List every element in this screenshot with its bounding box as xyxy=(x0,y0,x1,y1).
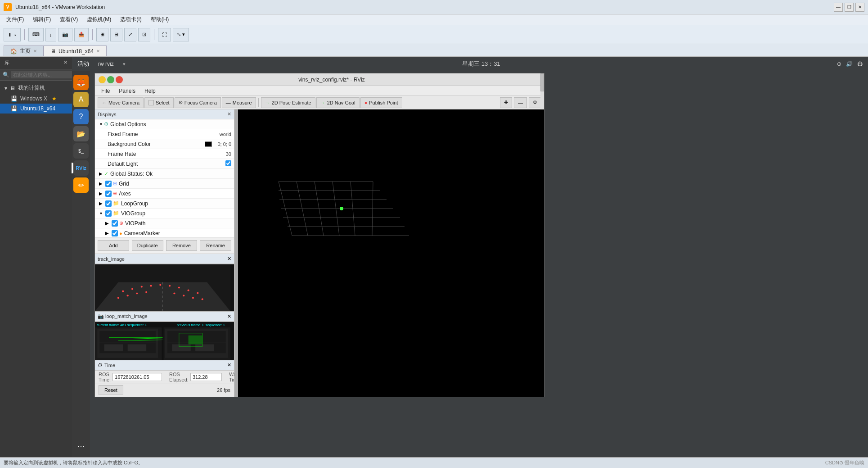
rename-button[interactable]: Rename xyxy=(200,240,231,251)
nav-goal-btn[interactable]: → 2D Nav Goal xyxy=(316,97,360,108)
loopgroup-row[interactable]: ▶ 📁 LoopGroup xyxy=(95,199,234,209)
ros-time-input[interactable] xyxy=(112,373,162,381)
default-light-row[interactable]: Default Light xyxy=(95,159,234,169)
global-status-row[interactable]: ▶ ✓ Global Status: Ok xyxy=(95,169,234,179)
launcher-notes[interactable]: ✏ xyxy=(73,177,89,193)
ros-elapsed-input[interactable] xyxy=(190,373,222,381)
launcher-rviz[interactable]: RViz xyxy=(73,160,89,176)
loopgroup-checkbox[interactable] xyxy=(105,200,112,207)
pause-button[interactable]: ⏸ ▾ xyxy=(4,28,21,41)
grid-checkbox[interactable] xyxy=(105,181,112,187)
view-btn3[interactable]: ⤢ xyxy=(124,28,136,41)
launcher-files[interactable]: 📂 xyxy=(73,126,89,141)
rviz-menu-help[interactable]: Help xyxy=(140,87,160,95)
battery-icon: ⊙ xyxy=(837,61,841,67)
ubuntu-area[interactable]: 活动 rw rviz ▾ 星期三 13：31 ⊙ 🔊 ⏻ 🦊 A ? xyxy=(72,57,868,457)
menu-view[interactable]: 查看(V) xyxy=(55,15,82,24)
measure-btn[interactable]: — Measure xyxy=(222,97,256,108)
duplicate-button[interactable]: Duplicate xyxy=(132,240,163,251)
ubuntu-activities[interactable]: 活动 xyxy=(77,60,89,68)
global-status-expander[interactable]: ▶ xyxy=(98,171,104,177)
rviz-close-btn[interactable] xyxy=(116,76,123,83)
sidebar-close-icon[interactable]: ✕ xyxy=(63,59,67,65)
launcher-appimage[interactable]: A xyxy=(73,92,89,107)
rviz-menu-panels[interactable]: Panels xyxy=(114,87,140,95)
track-image-view[interactable] xyxy=(95,264,234,311)
cameramarker-checkbox[interactable] xyxy=(112,230,118,236)
rviz-menu-file[interactable]: File xyxy=(97,87,114,95)
settings-icon-btn[interactable]: ⚙ xyxy=(529,97,541,108)
tree-item-my-computer[interactable]: ▾ 🖥 我的计算机 xyxy=(0,82,72,94)
viogroup-checkbox[interactable] xyxy=(105,210,112,217)
add-icon-btn[interactable]: ✚ xyxy=(500,97,512,108)
displays-panel-close[interactable]: ✕ xyxy=(227,111,231,117)
global-options-row[interactable]: ▾ ⚙ Global Options xyxy=(95,119,234,129)
tab-ubuntu[interactable]: 🖥 Ubuntu18_x64 ✕ xyxy=(44,45,107,56)
tree-item-ubuntu[interactable]: 💾 Ubuntu18_x64 xyxy=(0,104,72,114)
rviz-minimize-btn[interactable] xyxy=(99,76,106,83)
menu-file[interactable]: 文件(F) xyxy=(2,15,28,24)
viopath-row[interactable]: ▶ ⊕ VIOPath xyxy=(95,218,234,228)
axes-row[interactable]: ▶ ⊕ Axes xyxy=(95,189,234,199)
frame-rate-row[interactable]: Frame Rate 30 xyxy=(95,149,234,159)
reset-button[interactable]: Reset xyxy=(99,385,123,395)
loop-match-close[interactable]: ✕ xyxy=(227,314,231,319)
launcher-firefox[interactable]: 🦊 xyxy=(73,75,89,90)
menu-vm[interactable]: 虚拟机(M) xyxy=(82,15,116,24)
search-icon: 🔍 xyxy=(3,72,9,78)
cameramarker-row[interactable]: ▶ ● CameraMarker xyxy=(95,228,234,237)
snapshot-btn2[interactable]: 📤 xyxy=(74,28,89,41)
snapshot-btn[interactable]: 📷 xyxy=(58,28,72,41)
loopgroup-expander[interactable]: ▶ xyxy=(98,200,104,207)
loop-match-view[interactable]: current frame: 461 sequence: 1 previous … xyxy=(95,322,234,360)
focus-camera-btn[interactable]: ⊙ Focus Camera xyxy=(175,97,221,108)
grid-expander[interactable]: ▶ xyxy=(98,181,104,187)
rviz-3d-view[interactable] xyxy=(238,109,544,397)
viopath-expander[interactable]: ▶ xyxy=(104,220,110,227)
search-input[interactable] xyxy=(11,71,77,78)
minus-icon-btn[interactable]: — xyxy=(514,97,527,108)
power-menu[interactable]: ↓ xyxy=(45,28,56,41)
viopath-checkbox[interactable] xyxy=(112,220,118,227)
close-button[interactable]: ✕ xyxy=(855,3,864,12)
move-camera-btn[interactable]: ↔ Move Camera xyxy=(98,97,144,108)
viogroup-row[interactable]: ▾ 📁 VIOGroup xyxy=(95,209,234,218)
minimize-button[interactable]: — xyxy=(834,3,843,12)
viogroup-expander[interactable]: ▾ xyxy=(98,210,104,217)
resize-handle[interactable] xyxy=(234,109,238,397)
publish-point-btn[interactable]: ● Publish Point xyxy=(360,97,402,108)
launcher-terminal[interactable]: $_ xyxy=(73,143,89,159)
axes-expander[interactable]: ▶ xyxy=(98,191,104,197)
view-btn1[interactable]: ⊞ xyxy=(96,28,108,41)
launcher-help[interactable]: ? xyxy=(73,109,89,124)
fullscreen-button[interactable]: ⛶ xyxy=(158,28,171,41)
view-btn2[interactable]: ⊟ xyxy=(110,28,122,41)
menu-help[interactable]: 帮助(H) xyxy=(146,15,174,24)
add-button[interactable]: Add xyxy=(98,240,129,251)
grid-row[interactable]: ▶ ⊞ Grid xyxy=(95,179,234,189)
restore-button[interactable]: ❐ xyxy=(845,3,854,12)
default-light-checkbox[interactable] xyxy=(225,160,231,166)
view-btn4[interactable]: ⊡ xyxy=(138,28,150,41)
tree-item-windows[interactable]: 💾 Windows X ★ xyxy=(0,94,72,104)
unity-button[interactable]: ⤡ ▾ xyxy=(173,28,189,41)
select-btn[interactable]: Select xyxy=(144,97,174,108)
axes-checkbox[interactable] xyxy=(105,191,112,197)
bg-color-row[interactable]: Background Color 0; 0; 0 xyxy=(95,139,234,149)
fixed-frame-row[interactable]: Fixed Frame world xyxy=(95,129,234,139)
displays-tree[interactable]: ▾ ⚙ Global Options Fixed Frame world xyxy=(95,119,234,237)
tab-home-close[interactable]: ✕ xyxy=(33,49,37,54)
rviz-maximize-btn[interactable] xyxy=(107,76,114,83)
cameramarker-expander[interactable]: ▶ xyxy=(104,230,110,236)
send-ctrl-alt-del[interactable]: ⌨ xyxy=(28,28,44,41)
tab-home[interactable]: 🏠 主页 ✕ xyxy=(4,45,44,56)
pose-estimate-btn[interactable]: → 2D Pose Estimate xyxy=(261,97,315,108)
track-image-close[interactable]: ✕ xyxy=(227,256,231,262)
time-panel-close[interactable]: ✕ xyxy=(227,362,231,368)
menu-tab[interactable]: 选项卡(I) xyxy=(116,15,146,24)
remove-button[interactable]: Remove xyxy=(166,240,198,251)
tab-ubuntu-close[interactable]: ✕ xyxy=(96,49,100,54)
global-options-expander[interactable]: ▾ xyxy=(98,121,104,127)
menu-edit[interactable]: 编辑(E) xyxy=(28,15,55,24)
launcher-apps[interactable]: ⋯ xyxy=(73,438,89,454)
